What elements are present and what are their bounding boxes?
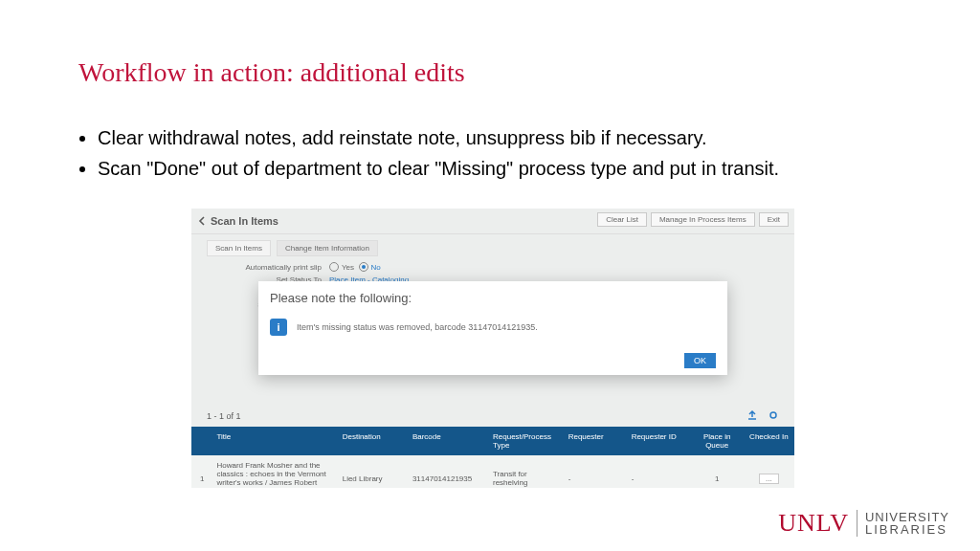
confirmation-dialog: Please note the following: i Item's miss… <box>258 281 727 375</box>
radio-yes[interactable] <box>329 262 339 272</box>
radio-yes-label: Yes <box>342 263 354 272</box>
bullet-item: Scan "Done" out of department to clear "… <box>98 155 863 182</box>
radio-no-label: No <box>371 263 381 272</box>
dialog-heading: Please note the following: <box>258 281 727 315</box>
radio-no[interactable] <box>359 262 368 272</box>
logo-line2: LIBRARIES <box>865 523 949 536</box>
unlv-libraries-logo: UNLV UNIVERSITY LIBRARIES <box>778 509 949 538</box>
th-destination[interactable]: Destination <box>339 432 409 450</box>
row-more-button[interactable]: ... <box>759 474 779 484</box>
unlv-wordmark: UNLV <box>778 509 849 538</box>
bullet-list: Clear withdrawal notes, add reinstate no… <box>78 124 863 186</box>
th-requester[interactable]: Requester <box>565 432 628 450</box>
row-index: 1 <box>191 474 213 483</box>
th-title[interactable]: Title <box>213 432 339 450</box>
slide-title: Workflow in action: additional edits <box>78 57 465 88</box>
auto-print-label: Automatically print slip <box>207 263 329 272</box>
cell-barcode: 31147014121935 <box>409 474 489 483</box>
cell-requester-id: - <box>628 474 691 483</box>
manage-items-button[interactable]: Manage In Process Items <box>651 212 755 227</box>
th-barcode[interactable]: Barcode <box>409 432 489 450</box>
bullet-item: Clear withdrawal notes, add reinstate no… <box>98 124 863 151</box>
result-count: 1 - 1 of 1 <box>207 411 241 421</box>
th-checked[interactable]: Checked In <box>744 432 794 450</box>
th-requester-id[interactable]: Requester ID <box>628 432 691 450</box>
th-place[interactable]: Place in Queue <box>691 432 744 450</box>
tab-change-item-information[interactable]: Change Item Information <box>277 240 378 256</box>
exit-button[interactable]: Exit <box>759 212 789 227</box>
info-icon: i <box>270 319 287 336</box>
clear-list-button[interactable]: Clear List <box>597 212 647 227</box>
chevron-left-icon <box>197 216 207 226</box>
back-button[interactable]: Scan In Items <box>191 215 278 227</box>
cell-requester: - <box>565 474 628 483</box>
settings-icon[interactable] <box>768 409 779 421</box>
embedded-screenshot: Scan In Items Clear List Manage In Proce… <box>191 209 794 488</box>
cell-place: 1 <box>691 474 744 483</box>
table-row[interactable]: 1 Howard Frank Mosher and the classics :… <box>191 455 794 488</box>
export-icon[interactable] <box>746 409 758 421</box>
cell-destination: Lied Library <box>339 474 409 483</box>
th-request[interactable]: Request/Process Type <box>489 432 565 450</box>
cell-title: Howard Frank Mosher and the classics : e… <box>213 461 339 488</box>
logo-divider <box>857 510 858 537</box>
items-table: Title Destination Barcode Request/Proces… <box>191 427 794 488</box>
page-title: Scan In Items <box>211 215 278 227</box>
dialog-message: Item's missing status was removed, barco… <box>297 322 538 332</box>
svg-point-0 <box>770 412 776 418</box>
tab-scan-in-items[interactable]: Scan In Items <box>207 240 271 256</box>
ok-button[interactable]: OK <box>684 353 716 368</box>
cell-request: Transit for reshelving <box>489 470 565 487</box>
